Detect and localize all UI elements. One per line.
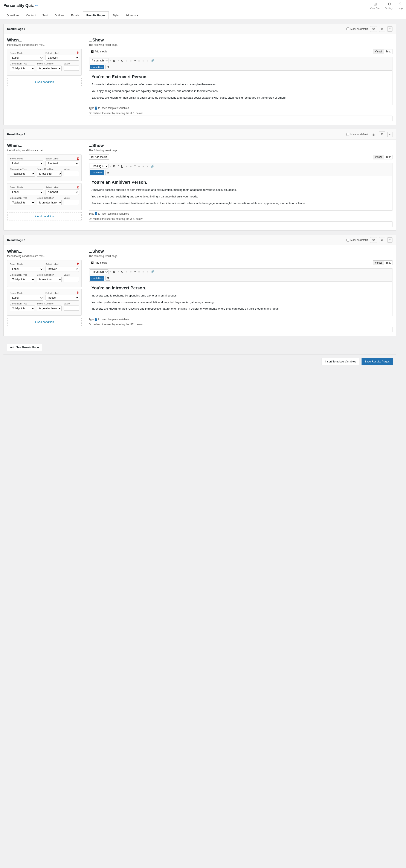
settings-button[interactable]: ⚙ Settings bbox=[385, 2, 394, 9]
redirect-input-1[interactable] bbox=[89, 116, 393, 121]
editor-content-3[interactable]: You're an Introvert Person. Introverts t… bbox=[89, 282, 393, 316]
align-left-btn-1[interactable]: ≡ bbox=[137, 58, 141, 63]
delete-result-3-button[interactable]: 🗑 bbox=[370, 237, 377, 243]
select-condition-2-2-select[interactable]: is greater than or equal to is less than bbox=[37, 200, 62, 206]
view-quiz-button[interactable]: ⊞ View Quiz bbox=[370, 2, 380, 9]
delete-condition-3-2-button[interactable]: 🗑 bbox=[76, 291, 80, 295]
link-btn-3[interactable]: 🔗 bbox=[150, 270, 155, 274]
align-right-btn-2[interactable]: ≡ bbox=[146, 164, 150, 168]
text-btn-3[interactable]: Text bbox=[384, 260, 393, 265]
value-1-1-input[interactable]: 12 bbox=[64, 65, 79, 71]
blockquote-btn-3[interactable]: ❝ bbox=[133, 270, 137, 274]
bold-btn-1[interactable]: B bbox=[112, 58, 116, 63]
italic-btn-1[interactable]: I bbox=[117, 58, 120, 63]
select-label-2-1-select[interactable]: Ambivert bbox=[45, 160, 79, 166]
ul-btn-1[interactable]: ≡ bbox=[125, 58, 128, 63]
grid-btn-2[interactable]: ⊞ bbox=[105, 170, 110, 175]
select-mode-3-1-select[interactable]: Label bbox=[10, 266, 43, 272]
tab-options[interactable]: Options bbox=[51, 11, 67, 19]
mark-default-3-checkbox[interactable] bbox=[346, 239, 349, 242]
visual-btn-1[interactable]: Visual bbox=[373, 49, 384, 54]
add-new-results-page-button[interactable]: Add New Results Page bbox=[7, 344, 42, 351]
ul-btn-3[interactable]: ≡ bbox=[125, 270, 128, 274]
calc-type-2-1-select[interactable]: Total points bbox=[10, 171, 35, 177]
delete-condition-3-1-button[interactable]: 🗑 bbox=[76, 262, 80, 266]
collapse-result-3-button[interactable]: ▾ bbox=[387, 238, 393, 243]
italic-btn-3[interactable]: I bbox=[117, 270, 120, 274]
align-right-btn-1[interactable]: ≡ bbox=[146, 58, 150, 63]
grid-btn-3[interactable]: ⊞ bbox=[105, 276, 110, 281]
tab-emails[interactable]: Emails bbox=[68, 11, 83, 19]
tab-questions[interactable]: Questions bbox=[3, 11, 23, 19]
delete-condition-1-1-button[interactable]: 🗑 bbox=[76, 51, 80, 55]
select-label-3-2-select[interactable]: Introvert bbox=[45, 295, 79, 301]
select-mode-2-2-select[interactable]: Label bbox=[10, 189, 43, 195]
tab-results-pages[interactable]: Results Pages bbox=[83, 11, 109, 19]
add-media-2-button[interactable]: 🖼 Add media bbox=[89, 154, 110, 160]
edit-icon[interactable]: ✏ bbox=[35, 4, 38, 7]
select-condition-2-1-select[interactable]: is less than is greater than or equal to bbox=[37, 171, 62, 177]
ol-btn-3[interactable]: ≡ bbox=[129, 270, 133, 274]
select-mode-1-1-select[interactable]: Label bbox=[10, 55, 43, 61]
select-condition-3-2-select[interactable]: is greater than or equal to is less than bbox=[37, 306, 62, 311]
text-btn-2[interactable]: Text bbox=[384, 155, 393, 159]
visual-btn-3[interactable]: Visual bbox=[373, 260, 384, 265]
align-left-btn-3[interactable]: ≡ bbox=[137, 270, 141, 274]
text-btn-1[interactable]: Text bbox=[384, 49, 393, 54]
grid-btn-1[interactable]: ⊞ bbox=[105, 65, 110, 69]
editor-content-2[interactable]: You're an Ambivert Person. Ambiverts pos… bbox=[89, 176, 393, 210]
select-mode-3-2-select[interactable]: Label bbox=[10, 295, 43, 301]
tab-add-ons[interactable]: Add-ons ▾ bbox=[122, 11, 142, 19]
delete-condition-2-1-button[interactable]: 🗑 bbox=[76, 156, 80, 160]
calc-type-1-1-select[interactable]: Total points bbox=[10, 65, 35, 71]
align-right-btn-3[interactable]: ≡ bbox=[146, 270, 150, 274]
add-media-1-button[interactable]: 🖼 Add media bbox=[89, 49, 110, 54]
add-condition-2-button[interactable]: + Add condition bbox=[7, 212, 82, 220]
mark-default-2-checkbox[interactable] bbox=[346, 133, 349, 136]
delete-result-1-button[interactable]: 🗑 bbox=[370, 26, 377, 32]
visual-btn-2[interactable]: Visual bbox=[373, 155, 384, 159]
align-center-btn-1[interactable]: ≡ bbox=[142, 58, 145, 63]
redirect-input-3[interactable] bbox=[89, 327, 393, 332]
duplicate-result-2-button[interactable]: ⧉ bbox=[379, 131, 385, 137]
variables-btn-3[interactable]: / Variables bbox=[90, 276, 104, 281]
paragraph-select-1[interactable]: Paragraph Heading 1 Heading 2 Heading 3 bbox=[90, 58, 108, 63]
value-2-1-input[interactable]: 12 bbox=[64, 171, 79, 176]
duplicate-result-3-button[interactable]: ⧉ bbox=[379, 237, 385, 243]
calc-type-2-2-select[interactable]: Total points bbox=[10, 200, 35, 206]
insert-template-variables-button[interactable]: Insert Template Variables bbox=[321, 358, 359, 365]
calc-type-3-1-select[interactable]: Total points bbox=[10, 277, 35, 282]
collapse-result-1-button[interactable]: ▾ bbox=[387, 26, 393, 32]
ol-btn-2[interactable]: ≡ bbox=[129, 164, 133, 168]
underline-btn-3[interactable]: U bbox=[120, 270, 124, 274]
align-center-btn-3[interactable]: ≡ bbox=[142, 270, 145, 274]
select-mode-2-1-select[interactable]: Label bbox=[10, 160, 43, 166]
save-results-pages-button[interactable]: Save Results Pages bbox=[362, 358, 393, 365]
select-condition-1-1-select[interactable]: is greater than or equal to is less than… bbox=[37, 65, 62, 71]
select-label-1-1-select[interactable]: Extrovert bbox=[45, 55, 79, 61]
delete-result-2-button[interactable]: 🗑 bbox=[370, 132, 377, 137]
ul-btn-2[interactable]: ≡ bbox=[125, 164, 128, 168]
paragraph-select-3[interactable]: Paragraph Heading 1 Heading 2 Heading 3 bbox=[90, 270, 108, 274]
calc-type-3-2-select[interactable]: Total points bbox=[10, 306, 35, 311]
underline-btn-2[interactable]: U bbox=[120, 164, 124, 168]
value-2-2-input[interactable]: 7 bbox=[64, 200, 79, 205]
variables-btn-1[interactable]: / Variables bbox=[90, 65, 104, 69]
select-label-3-1-select[interactable]: Introvert bbox=[45, 266, 79, 272]
link-btn-1[interactable]: 🔗 bbox=[150, 58, 155, 63]
select-condition-3-1-select[interactable]: is less than is greater than or equal to bbox=[37, 277, 62, 282]
value-3-2-input[interactable]: 1 bbox=[64, 306, 79, 311]
add-condition-3-button[interactable]: + Add condition bbox=[7, 318, 82, 326]
variables-btn-2[interactable]: / Variables bbox=[90, 170, 104, 175]
select-label-2-2-select[interactable]: Ambivert bbox=[45, 189, 79, 195]
editor-content-1[interactable]: You're an Extrovert Person. Extroverts t… bbox=[89, 70, 393, 105]
paragraph-select-2[interactable]: Heading 3 Paragraph Heading 1 Heading 2 bbox=[90, 164, 108, 168]
redirect-input-2[interactable] bbox=[89, 221, 393, 227]
tab-style[interactable]: Style bbox=[109, 11, 122, 19]
add-condition-1-button[interactable]: + Add condition bbox=[7, 78, 82, 86]
link-btn-2[interactable]: 🔗 bbox=[150, 164, 155, 168]
duplicate-result-1-button[interactable]: ⧉ bbox=[379, 26, 385, 32]
collapse-result-2-button[interactable]: ▾ bbox=[387, 132, 393, 137]
ol-btn-1[interactable]: ≡ bbox=[129, 58, 133, 63]
delete-condition-2-2-button[interactable]: 🗑 bbox=[76, 185, 80, 189]
